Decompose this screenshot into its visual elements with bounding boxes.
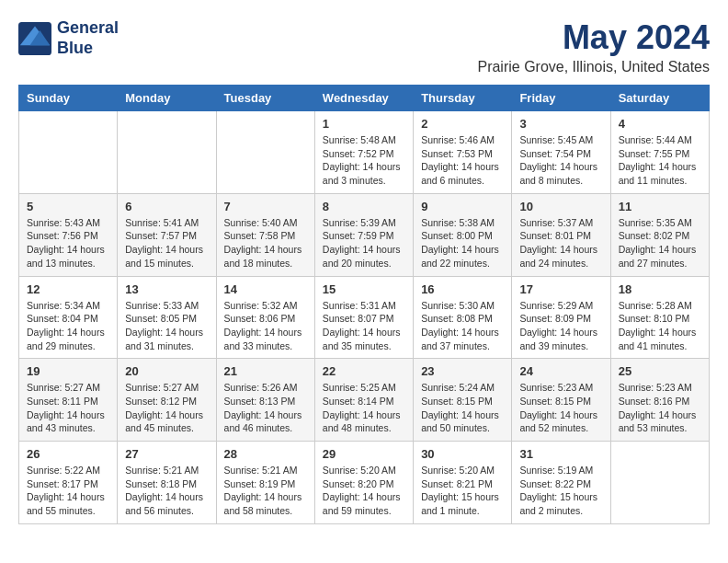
- day-cell: 29Sunrise: 5:20 AM Sunset: 8:20 PM Dayli…: [314, 442, 413, 524]
- day-info: Sunrise: 5:41 AM Sunset: 7:57 PM Dayligh…: [125, 216, 208, 270]
- day-info: Sunrise: 5:39 AM Sunset: 7:59 PM Dayligh…: [323, 216, 405, 270]
- week-row-2: 5Sunrise: 5:43 AM Sunset: 7:56 PM Daylig…: [19, 193, 710, 276]
- day-cell: 25Sunrise: 5:23 AM Sunset: 8:16 PM Dayli…: [610, 359, 709, 442]
- day-number: 25: [619, 364, 701, 378]
- header-cell-tuesday: Tuesday: [216, 86, 314, 111]
- day-cell: 8Sunrise: 5:39 AM Sunset: 7:59 PM Daylig…: [314, 193, 413, 276]
- day-number: 2: [421, 117, 504, 131]
- day-cell: 17Sunrise: 5:29 AM Sunset: 8:09 PM Dayli…: [512, 276, 610, 359]
- day-info: Sunrise: 5:29 AM Sunset: 8:09 PM Dayligh…: [519, 299, 602, 353]
- day-number: 3: [519, 117, 602, 131]
- day-number: 22: [323, 364, 405, 378]
- day-number: 5: [27, 200, 109, 213]
- day-number: 16: [421, 282, 504, 296]
- day-info: Sunrise: 5:26 AM Sunset: 8:13 PM Dayligh…: [224, 381, 307, 435]
- day-cell: 7Sunrise: 5:40 AM Sunset: 7:58 PM Daylig…: [216, 193, 314, 276]
- day-cell: 24Sunrise: 5:23 AM Sunset: 8:15 PM Dayli…: [512, 359, 610, 442]
- day-cell: [216, 111, 314, 194]
- day-info: Sunrise: 5:37 AM Sunset: 8:01 PM Dayligh…: [519, 216, 602, 270]
- day-cell: 5Sunrise: 5:43 AM Sunset: 7:56 PM Daylig…: [19, 193, 118, 276]
- day-number: 13: [125, 282, 208, 296]
- day-info: Sunrise: 5:27 AM Sunset: 8:11 PM Dayligh…: [27, 381, 109, 435]
- day-info: Sunrise: 5:27 AM Sunset: 8:12 PM Dayligh…: [125, 381, 208, 435]
- day-number: 26: [27, 447, 109, 461]
- day-cell: 4Sunrise: 5:44 AM Sunset: 7:55 PM Daylig…: [610, 111, 709, 194]
- day-info: Sunrise: 5:33 AM Sunset: 8:05 PM Dayligh…: [125, 299, 208, 353]
- header-row: SundayMondayTuesdayWednesdayThursdayFrid…: [19, 86, 710, 111]
- day-info: Sunrise: 5:35 AM Sunset: 8:02 PM Dayligh…: [619, 216, 701, 270]
- day-cell: 10Sunrise: 5:37 AM Sunset: 8:01 PM Dayli…: [512, 193, 610, 276]
- calendar-table: SundayMondayTuesdayWednesdayThursdayFrid…: [18, 85, 710, 524]
- logo: General Blue: [18, 18, 119, 58]
- day-number: 17: [519, 282, 602, 296]
- header-cell-monday: Monday: [118, 86, 216, 111]
- title-area: May 2024 Prairie Grove, Illinois, United…: [477, 18, 710, 75]
- day-number: 23: [421, 364, 504, 378]
- logo-text: General Blue: [57, 18, 119, 58]
- day-info: Sunrise: 5:21 AM Sunset: 8:19 PM Dayligh…: [224, 464, 307, 518]
- day-number: 15: [323, 282, 405, 296]
- day-info: Sunrise: 5:40 AM Sunset: 7:58 PM Dayligh…: [224, 216, 307, 270]
- day-number: 7: [224, 200, 307, 213]
- day-info: Sunrise: 5:44 AM Sunset: 7:55 PM Dayligh…: [619, 133, 701, 188]
- day-cell: 16Sunrise: 5:30 AM Sunset: 8:08 PM Dayli…: [414, 276, 512, 359]
- day-number: 6: [125, 200, 208, 213]
- day-info: Sunrise: 5:20 AM Sunset: 8:21 PM Dayligh…: [421, 464, 504, 518]
- day-info: Sunrise: 5:21 AM Sunset: 8:18 PM Dayligh…: [125, 464, 208, 518]
- location-title: Prairie Grove, Illinois, United States: [477, 59, 710, 75]
- day-cell: 11Sunrise: 5:35 AM Sunset: 8:02 PM Dayli…: [610, 193, 709, 276]
- day-info: Sunrise: 5:38 AM Sunset: 8:00 PM Dayligh…: [421, 216, 504, 270]
- day-cell: 22Sunrise: 5:25 AM Sunset: 8:14 PM Dayli…: [314, 359, 413, 442]
- day-cell: 27Sunrise: 5:21 AM Sunset: 8:18 PM Dayli…: [118, 442, 216, 524]
- day-info: Sunrise: 5:32 AM Sunset: 8:06 PM Dayligh…: [224, 299, 307, 353]
- day-cell: [610, 442, 709, 524]
- day-number: 8: [323, 200, 405, 213]
- day-cell: 2Sunrise: 5:46 AM Sunset: 7:53 PM Daylig…: [414, 111, 512, 194]
- day-number: 30: [421, 447, 504, 461]
- day-number: 20: [125, 364, 208, 378]
- day-cell: [118, 111, 216, 194]
- day-cell: 14Sunrise: 5:32 AM Sunset: 8:06 PM Dayli…: [216, 276, 314, 359]
- day-info: Sunrise: 5:43 AM Sunset: 7:56 PM Dayligh…: [27, 216, 109, 270]
- day-info: Sunrise: 5:48 AM Sunset: 7:52 PM Dayligh…: [323, 133, 405, 188]
- day-cell: 12Sunrise: 5:34 AM Sunset: 8:04 PM Dayli…: [19, 276, 118, 359]
- day-number: 12: [27, 282, 109, 296]
- header-cell-saturday: Saturday: [610, 86, 709, 111]
- day-cell: 6Sunrise: 5:41 AM Sunset: 7:57 PM Daylig…: [118, 193, 216, 276]
- day-number: 31: [519, 447, 602, 461]
- day-cell: 20Sunrise: 5:27 AM Sunset: 8:12 PM Dayli…: [118, 359, 216, 442]
- day-number: 19: [27, 364, 109, 378]
- month-title: May 2024: [477, 18, 710, 57]
- day-cell: 9Sunrise: 5:38 AM Sunset: 8:00 PM Daylig…: [414, 193, 512, 276]
- day-number: 28: [224, 447, 307, 461]
- week-row-5: 26Sunrise: 5:22 AM Sunset: 8:17 PM Dayli…: [19, 442, 710, 524]
- day-cell: 1Sunrise: 5:48 AM Sunset: 7:52 PM Daylig…: [314, 111, 413, 194]
- week-row-1: 1Sunrise: 5:48 AM Sunset: 7:52 PM Daylig…: [19, 111, 710, 194]
- day-cell: 19Sunrise: 5:27 AM Sunset: 8:11 PM Dayli…: [19, 359, 118, 442]
- day-number: 29: [323, 447, 405, 461]
- day-info: Sunrise: 5:22 AM Sunset: 8:17 PM Dayligh…: [27, 464, 109, 518]
- day-cell: 13Sunrise: 5:33 AM Sunset: 8:05 PM Dayli…: [118, 276, 216, 359]
- calendar-body: 1Sunrise: 5:48 AM Sunset: 7:52 PM Daylig…: [19, 111, 710, 524]
- day-info: Sunrise: 5:24 AM Sunset: 8:15 PM Dayligh…: [421, 381, 504, 435]
- day-info: Sunrise: 5:20 AM Sunset: 8:20 PM Dayligh…: [323, 464, 405, 518]
- day-cell: 21Sunrise: 5:26 AM Sunset: 8:13 PM Dayli…: [216, 359, 314, 442]
- week-row-4: 19Sunrise: 5:27 AM Sunset: 8:11 PM Dayli…: [19, 359, 710, 442]
- day-number: 1: [323, 117, 405, 131]
- day-info: Sunrise: 5:45 AM Sunset: 7:54 PM Dayligh…: [519, 133, 602, 188]
- day-info: Sunrise: 5:23 AM Sunset: 8:15 PM Dayligh…: [519, 381, 602, 435]
- day-info: Sunrise: 5:25 AM Sunset: 8:14 PM Dayligh…: [323, 381, 405, 435]
- day-number: 11: [619, 200, 701, 213]
- logo-icon: [18, 22, 51, 55]
- day-number: 18: [619, 282, 701, 296]
- day-cell: 3Sunrise: 5:45 AM Sunset: 7:54 PM Daylig…: [512, 111, 610, 194]
- day-cell: 26Sunrise: 5:22 AM Sunset: 8:17 PM Dayli…: [19, 442, 118, 524]
- header-cell-wednesday: Wednesday: [314, 86, 413, 111]
- header: General Blue May 2024 Prairie Grove, Ill…: [18, 18, 710, 75]
- day-info: Sunrise: 5:28 AM Sunset: 8:10 PM Dayligh…: [619, 299, 701, 353]
- header-cell-friday: Friday: [512, 86, 610, 111]
- week-row-3: 12Sunrise: 5:34 AM Sunset: 8:04 PM Dayli…: [19, 276, 710, 359]
- day-number: 27: [125, 447, 208, 461]
- day-info: Sunrise: 5:30 AM Sunset: 8:08 PM Dayligh…: [421, 299, 504, 353]
- day-cell: 28Sunrise: 5:21 AM Sunset: 8:19 PM Dayli…: [216, 442, 314, 524]
